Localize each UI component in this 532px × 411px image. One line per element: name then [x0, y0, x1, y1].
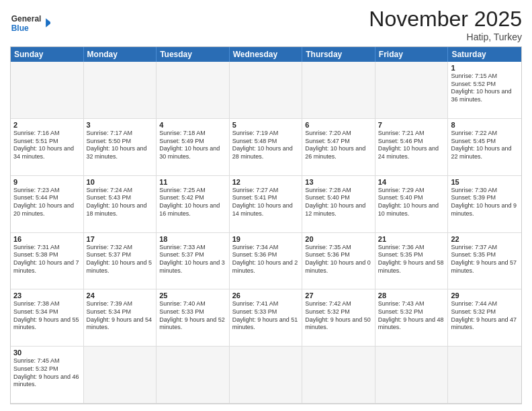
location: Hatip, Turkey — [369, 32, 522, 42]
calendar-cell — [84, 62, 157, 119]
day-number: 30 — [13, 349, 81, 357]
day-header-saturday: Saturday — [448, 47, 521, 62]
day-info: Sunrise: 7:29 AM Sunset: 5:40 PM Dayligh… — [378, 187, 445, 218]
day-number: 8 — [451, 121, 519, 129]
day-info: Sunrise: 7:44 AM Sunset: 5:32 PM Dayligh… — [451, 300, 519, 332]
day-number: 5 — [232, 121, 300, 129]
day-info: Sunrise: 7:31 AM Sunset: 5:38 PM Dayligh… — [13, 244, 81, 275]
logo: General Blue — [10, 9, 50, 36]
calendar-cell — [302, 62, 375, 119]
calendar-cell: 9Sunrise: 7:23 AM Sunset: 5:44 PM Daylig… — [11, 176, 84, 233]
day-headers: SundayMondayTuesdayWednesdayThursdayFrid… — [11, 47, 521, 62]
calendar-cell — [230, 62, 303, 119]
page-header: General Blue November 2025 Hatip, Turkey — [10, 7, 522, 42]
calendar-cell: 11Sunrise: 7:25 AM Sunset: 5:42 PM Dayli… — [157, 176, 230, 233]
calendar-grid: 1Sunrise: 7:15 AM Sunset: 5:52 PM Daylig… — [11, 62, 521, 404]
day-number: 7 — [378, 121, 445, 129]
day-info: Sunrise: 7:42 AM Sunset: 5:32 PM Dayligh… — [305, 300, 372, 332]
calendar-cell: 5Sunrise: 7:19 AM Sunset: 5:48 PM Daylig… — [230, 119, 303, 176]
calendar-cell — [375, 62, 449, 119]
title-block: November 2025 Hatip, Turkey — [369, 7, 522, 42]
day-number: 21 — [378, 235, 445, 243]
day-info: Sunrise: 7:15 AM Sunset: 5:52 PM Dayligh… — [451, 73, 519, 104]
day-number: 29 — [451, 291, 519, 300]
calendar-cell — [11, 62, 84, 119]
day-number: 20 — [305, 235, 372, 243]
calendar-cell: 10Sunrise: 7:24 AM Sunset: 5:43 PM Dayli… — [84, 176, 157, 233]
day-number: 18 — [159, 235, 226, 243]
day-info: Sunrise: 7:30 AM Sunset: 5:39 PM Dayligh… — [451, 187, 519, 218]
day-header-friday: Friday — [375, 47, 449, 62]
calendar-cell: 20Sunrise: 7:35 AM Sunset: 5:36 PM Dayli… — [302, 233, 375, 290]
calendar-cell — [448, 347, 521, 404]
day-number: 24 — [87, 291, 154, 300]
day-info: Sunrise: 7:37 AM Sunset: 5:35 PM Dayligh… — [451, 244, 519, 275]
day-number: 26 — [232, 291, 300, 300]
day-info: Sunrise: 7:19 AM Sunset: 5:48 PM Dayligh… — [232, 130, 300, 161]
calendar-cell — [157, 62, 230, 119]
day-info: Sunrise: 7:36 AM Sunset: 5:35 PM Dayligh… — [378, 244, 445, 275]
calendar-cell: 2Sunrise: 7:16 AM Sunset: 5:51 PM Daylig… — [11, 119, 84, 176]
calendar-cell: 25Sunrise: 7:40 AM Sunset: 5:33 PM Dayli… — [157, 289, 230, 347]
day-info: Sunrise: 7:16 AM Sunset: 5:51 PM Dayligh… — [13, 130, 81, 161]
month-title: November 2025 — [369, 7, 522, 32]
calendar-cell: 29Sunrise: 7:44 AM Sunset: 5:32 PM Dayli… — [448, 289, 521, 347]
calendar-cell — [230, 347, 303, 404]
day-info: Sunrise: 7:40 AM Sunset: 5:33 PM Dayligh… — [159, 300, 226, 332]
calendar-cell: 4Sunrise: 7:18 AM Sunset: 5:49 PM Daylig… — [157, 119, 230, 176]
calendar-cell: 3Sunrise: 7:17 AM Sunset: 5:50 PM Daylig… — [84, 119, 157, 176]
day-number: 22 — [451, 235, 519, 243]
day-info: Sunrise: 7:23 AM Sunset: 5:44 PM Dayligh… — [13, 187, 81, 218]
day-number: 27 — [305, 291, 372, 300]
day-number: 23 — [13, 291, 81, 300]
day-info: Sunrise: 7:27 AM Sunset: 5:41 PM Dayligh… — [232, 187, 300, 218]
calendar-cell: 13Sunrise: 7:28 AM Sunset: 5:40 PM Dayli… — [302, 176, 375, 233]
day-info: Sunrise: 7:41 AM Sunset: 5:33 PM Dayligh… — [232, 300, 300, 332]
day-number: 4 — [159, 121, 226, 129]
calendar-cell: 24Sunrise: 7:39 AM Sunset: 5:34 PM Dayli… — [84, 289, 157, 347]
calendar-cell: 7Sunrise: 7:21 AM Sunset: 5:46 PM Daylig… — [375, 119, 449, 176]
day-info: Sunrise: 7:25 AM Sunset: 5:42 PM Dayligh… — [159, 187, 226, 218]
day-number: 6 — [305, 121, 372, 129]
calendar-cell — [302, 347, 375, 404]
day-header-thursday: Thursday — [302, 47, 375, 62]
day-number: 2 — [13, 121, 81, 129]
day-info: Sunrise: 7:22 AM Sunset: 5:45 PM Dayligh… — [451, 130, 519, 161]
day-number: 19 — [232, 235, 300, 243]
day-number: 25 — [159, 291, 226, 300]
svg-text:Blue: Blue — [11, 24, 29, 33]
svg-marker-2 — [46, 18, 50, 28]
calendar-cell — [84, 347, 157, 404]
day-number: 1 — [451, 64, 519, 72]
day-info: Sunrise: 7:20 AM Sunset: 5:47 PM Dayligh… — [305, 130, 372, 161]
calendar-cell: 1Sunrise: 7:15 AM Sunset: 5:52 PM Daylig… — [448, 62, 521, 119]
calendar-cell: 6Sunrise: 7:20 AM Sunset: 5:47 PM Daylig… — [302, 119, 375, 176]
day-info: Sunrise: 7:17 AM Sunset: 5:50 PM Dayligh… — [87, 130, 154, 161]
day-info: Sunrise: 7:32 AM Sunset: 5:37 PM Dayligh… — [87, 244, 154, 275]
svg-text:General: General — [11, 14, 42, 24]
calendar-cell: 23Sunrise: 7:38 AM Sunset: 5:34 PM Dayli… — [11, 289, 84, 347]
calendar-cell: 21Sunrise: 7:36 AM Sunset: 5:35 PM Dayli… — [375, 233, 449, 290]
calendar-cell — [157, 347, 230, 404]
day-number: 15 — [451, 178, 519, 186]
day-info: Sunrise: 7:38 AM Sunset: 5:34 PM Dayligh… — [13, 300, 81, 332]
day-header-sunday: Sunday — [11, 47, 84, 62]
day-info: Sunrise: 7:28 AM Sunset: 5:40 PM Dayligh… — [305, 187, 372, 218]
calendar-cell: 8Sunrise: 7:22 AM Sunset: 5:45 PM Daylig… — [448, 119, 521, 176]
day-number: 28 — [378, 291, 445, 300]
calendar-cell: 26Sunrise: 7:41 AM Sunset: 5:33 PM Dayli… — [230, 289, 303, 347]
calendar-cell: 16Sunrise: 7:31 AM Sunset: 5:38 PM Dayli… — [11, 233, 84, 290]
day-number: 17 — [87, 235, 154, 243]
day-header-monday: Monday — [84, 47, 157, 62]
day-info: Sunrise: 7:18 AM Sunset: 5:49 PM Dayligh… — [159, 130, 226, 161]
day-header-tuesday: Tuesday — [157, 47, 230, 62]
day-number: 14 — [378, 178, 445, 186]
day-info: Sunrise: 7:24 AM Sunset: 5:43 PM Dayligh… — [87, 187, 154, 218]
day-info: Sunrise: 7:43 AM Sunset: 5:32 PM Dayligh… — [378, 300, 445, 332]
day-info: Sunrise: 7:21 AM Sunset: 5:46 PM Dayligh… — [378, 130, 445, 161]
day-info: Sunrise: 7:35 AM Sunset: 5:36 PM Dayligh… — [305, 244, 372, 275]
day-info: Sunrise: 7:39 AM Sunset: 5:34 PM Dayligh… — [87, 300, 154, 332]
day-number: 10 — [87, 178, 154, 186]
calendar-cell: 27Sunrise: 7:42 AM Sunset: 5:32 PM Dayli… — [302, 289, 375, 347]
day-number: 16 — [13, 235, 81, 243]
